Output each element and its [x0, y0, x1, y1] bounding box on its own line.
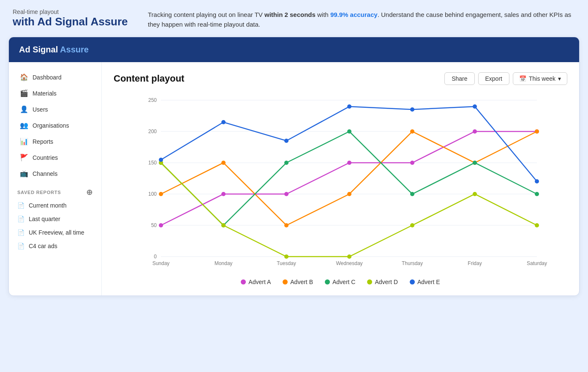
brand-line1: Real-time playout [13, 8, 131, 15]
advert-d-dot [535, 223, 539, 227]
main-card: Ad Signal Assure 🏠 Dashboard 🎬 Materials… [8, 37, 580, 296]
svg-text:200: 200 [148, 129, 157, 134]
advert-d-dot [221, 223, 226, 227]
report-file-icon: 📄 [17, 243, 24, 249]
advert-b-dot [347, 192, 351, 196]
advert-b-dot [535, 129, 539, 134]
sidebar-item-label: Organisations [33, 122, 69, 129]
legend-advert-a: Advert A [241, 279, 271, 285]
advert-b-dot [221, 161, 226, 165]
svg-text:0: 0 [154, 254, 157, 260]
legend-dot-advert-b [283, 279, 288, 284]
legend-label-advert-e: Advert E [417, 279, 440, 285]
svg-text:Tuesday: Tuesday [277, 260, 296, 266]
svg-text:100: 100 [148, 191, 157, 197]
chart-container: 0 50 100 150 200 250 Sunday Monday Tuesd… [114, 92, 567, 285]
sidebar-item-organisations[interactable]: 👥 Organisations [11, 118, 99, 133]
advert-a-dot [410, 161, 414, 165]
legend-advert-e: Advert E [410, 279, 440, 285]
svg-text:Thursday: Thursday [402, 260, 423, 266]
legend-dot-advert-e [410, 279, 415, 284]
advert-e-dot [535, 179, 539, 183]
legend-advert-b: Advert B [283, 279, 313, 285]
svg-text:150: 150 [148, 160, 157, 166]
svg-text:Sunday: Sunday [152, 260, 170, 266]
advert-e-dot [221, 120, 226, 124]
advert-e-dot [410, 107, 414, 112]
svg-text:Saturday: Saturday [527, 260, 547, 266]
sidebar-item-label: Channels [33, 170, 57, 177]
saved-report-c4-car-ads[interactable]: 📄 C4 car ads [9, 239, 101, 253]
saved-report-current-month[interactable]: 📄 Current month [9, 199, 101, 212]
advert-d-line [161, 163, 537, 257]
advert-d-dot [284, 254, 289, 259]
sidebar-item-materials[interactable]: 🎬 Materials [11, 85, 99, 101]
advert-e-dot [284, 139, 289, 143]
content-header: Content playout Share Export 📅 This week… [114, 72, 567, 85]
calendar-icon: 📅 [519, 75, 526, 82]
advert-d-dot [473, 192, 477, 196]
add-saved-report-icon[interactable]: ⊕ [86, 188, 93, 197]
legend-dot-advert-d [367, 279, 372, 284]
sidebar-item-label: Countries [33, 154, 58, 161]
report-file-icon: 📄 [17, 202, 24, 209]
desc-before-bold: Tracking content playing out on linear T… [148, 11, 264, 18]
report-file-icon: 📄 [17, 216, 24, 222]
advert-e-dot [159, 158, 163, 162]
advert-e-dot [347, 104, 351, 109]
report-file-icon: 📄 [17, 229, 24, 236]
content-area: Content playout Share Export 📅 This week… [102, 62, 579, 295]
saved-report-label: Last quarter [29, 216, 60, 222]
advert-b-dot [284, 223, 289, 227]
svg-text:Friday: Friday [468, 260, 482, 266]
sidebar: 🏠 Dashboard 🎬 Materials 👤 Users 👥 Organi… [9, 62, 102, 295]
svg-text:Wednesday: Wednesday [336, 260, 362, 266]
user-icon: 👤 [20, 105, 28, 113]
sidebar-item-dashboard[interactable]: 🏠 Dashboard [11, 69, 99, 85]
sidebar-item-countries[interactable]: 🚩 Countries [11, 150, 99, 165]
sidebar-item-reports[interactable]: 📊 Reports [11, 134, 99, 149]
advert-c-dot [284, 161, 289, 165]
legend-advert-d: Advert D [367, 279, 397, 285]
brand-description: Tracking content playing out on linear T… [148, 8, 575, 29]
top-header: Real-time playout with Ad Signal Assure … [8, 8, 580, 29]
legend-label-advert-c: Advert C [332, 279, 355, 285]
saved-report-label: Current month [29, 202, 66, 209]
chevron-down-icon: ▾ [558, 75, 561, 82]
export-button[interactable]: Export [478, 72, 509, 85]
chart-legend: Advert A Advert B Advert C Advert D [114, 279, 567, 285]
saved-reports-list: 📄 Current month 📄 Last quarter 📄 UK Free… [9, 199, 101, 253]
saved-report-label: UK Freeview, all time [29, 229, 84, 236]
line-chart: 0 50 100 150 200 250 Sunday Monday Tuesd… [114, 92, 567, 269]
saved-report-last-quarter[interactable]: 📄 Last quarter [9, 212, 101, 226]
share-button[interactable]: Share [444, 72, 474, 85]
sidebar-nav: 🏠 Dashboard 🎬 Materials 👤 Users 👥 Organi… [9, 69, 101, 181]
content-actions: Share Export 📅 This week ▾ [444, 72, 567, 85]
home-icon: 🏠 [20, 73, 28, 81]
advert-a-dot [159, 223, 163, 227]
date-range-button[interactable]: 📅 This week ▾ [513, 72, 567, 85]
advert-c-dot [535, 192, 539, 196]
saved-report-uk-freeview[interactable]: 📄 UK Freeview, all time [9, 226, 101, 239]
sidebar-item-users[interactable]: 👤 Users [11, 101, 99, 117]
svg-text:Monday: Monday [215, 260, 233, 266]
content-title: Content playout [114, 73, 184, 84]
legend-label-advert-a: Advert A [248, 279, 271, 285]
desc-middle: with [316, 11, 330, 18]
advert-b-dot [410, 129, 414, 134]
sidebar-item-label: Dashboard [33, 74, 62, 81]
advert-a-dot [221, 192, 226, 196]
legend-dot-advert-c [325, 279, 330, 284]
legend-advert-c: Advert C [325, 279, 355, 285]
brand-line2: with Ad Signal Assure [13, 15, 131, 28]
advert-c-dot [473, 161, 477, 165]
brand-title: Real-time playout with Ad Signal Assure [13, 8, 131, 28]
advert-a-line [161, 131, 537, 225]
sidebar-item-label: Reports [33, 138, 53, 145]
desc-accent: 99.9% accuracy [330, 11, 378, 18]
svg-text:50: 50 [151, 222, 157, 228]
sidebar-item-channels[interactable]: 📺 Channels [11, 166, 99, 181]
advert-d-dot [410, 223, 414, 227]
desc-bold: within 2 seconds [264, 11, 316, 18]
saved-report-label: C4 car ads [29, 243, 57, 249]
